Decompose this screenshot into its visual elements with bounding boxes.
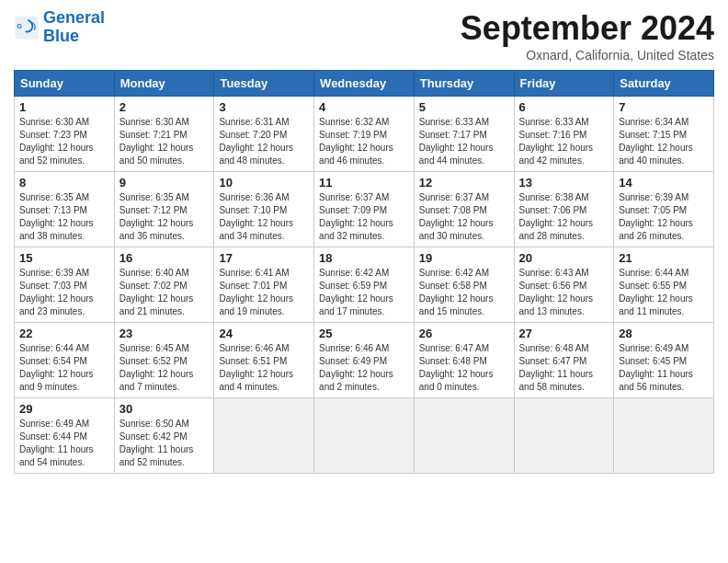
calendar-day-28: 28Sunrise: 6:49 AMSunset: 6:45 PMDayligh…	[614, 323, 714, 398]
calendar-day-23: 23Sunrise: 6:45 AMSunset: 6:52 PMDayligh…	[114, 323, 214, 398]
calendar-week-3: 15Sunrise: 6:39 AMSunset: 7:03 PMDayligh…	[15, 247, 714, 323]
weekday-header-sunday: Sunday	[15, 71, 115, 97]
calendar-day-10: 10Sunrise: 6:36 AMSunset: 7:10 PMDayligh…	[214, 172, 314, 247]
calendar-day-15: 15Sunrise: 6:39 AMSunset: 7:03 PMDayligh…	[15, 247, 115, 323]
calendar-table: SundayMondayTuesdayWednesdayThursdayFrid…	[14, 70, 714, 474]
calendar-day-2: 2Sunrise: 6:30 AMSunset: 7:21 PMDaylight…	[114, 97, 214, 172]
logo: G General Blue	[14, 9, 105, 46]
location: Oxnard, California, United States	[461, 48, 714, 63]
calendar-day-6: 6Sunrise: 6:33 AMSunset: 7:16 PMDaylight…	[514, 97, 614, 172]
calendar-empty	[514, 398, 614, 474]
calendar-day-13: 13Sunrise: 6:38 AMSunset: 7:06 PMDayligh…	[514, 172, 614, 247]
calendar-day-21: 21Sunrise: 6:44 AMSunset: 6:55 PMDayligh…	[614, 247, 714, 323]
weekday-header-wednesday: Wednesday	[314, 71, 415, 97]
header: G General Blue September 2024 Oxnard, Ca…	[14, 9, 714, 63]
calendar-day-22: 22Sunrise: 6:44 AMSunset: 6:54 PMDayligh…	[15, 323, 115, 398]
weekday-header-friday: Friday	[514, 71, 614, 97]
calendar-empty	[214, 398, 314, 474]
weekday-header-thursday: Thursday	[414, 71, 514, 97]
calendar-day-11: 11Sunrise: 6:37 AMSunset: 7:09 PMDayligh…	[314, 172, 415, 247]
weekday-header-saturday: Saturday	[614, 71, 714, 97]
calendar-week-4: 22Sunrise: 6:44 AMSunset: 6:54 PMDayligh…	[15, 323, 714, 398]
month-year: September 2024	[461, 9, 714, 48]
calendar-week-1: 1Sunrise: 6:30 AMSunset: 7:23 PMDaylight…	[15, 97, 714, 172]
weekday-header-monday: Monday	[114, 71, 214, 97]
calendar-day-4: 4Sunrise: 6:32 AMSunset: 7:19 PMDaylight…	[314, 97, 415, 172]
calendar-day-14: 14Sunrise: 6:39 AMSunset: 7:05 PMDayligh…	[614, 172, 714, 247]
calendar-day-19: 19Sunrise: 6:42 AMSunset: 6:58 PMDayligh…	[414, 247, 514, 323]
title-area: September 2024 Oxnard, California, Unite…	[461, 9, 714, 63]
calendar-day-26: 26Sunrise: 6:47 AMSunset: 6:48 PMDayligh…	[414, 323, 514, 398]
calendar-day-30: 30Sunrise: 6:50 AMSunset: 6:42 PMDayligh…	[114, 398, 214, 474]
calendar-empty	[414, 398, 514, 474]
svg-text:G: G	[17, 23, 23, 29]
calendar-day-12: 12Sunrise: 6:37 AMSunset: 7:08 PMDayligh…	[414, 172, 514, 247]
logo-blue: Blue	[43, 27, 79, 45]
calendar-week-2: 8Sunrise: 6:35 AMSunset: 7:13 PMDaylight…	[15, 172, 714, 247]
calendar-day-18: 18Sunrise: 6:42 AMSunset: 6:59 PMDayligh…	[314, 247, 415, 323]
calendar-empty	[614, 398, 714, 474]
weekday-header-tuesday: Tuesday	[214, 71, 314, 97]
logo-general: General	[43, 8, 105, 27]
calendar-week-5: 29Sunrise: 6:49 AMSunset: 6:44 PMDayligh…	[15, 398, 714, 474]
calendar-day-29: 29Sunrise: 6:49 AMSunset: 6:44 PMDayligh…	[15, 398, 115, 474]
calendar-day-7: 7Sunrise: 6:34 AMSunset: 7:15 PMDaylight…	[614, 97, 714, 172]
calendar-day-17: 17Sunrise: 6:41 AMSunset: 7:01 PMDayligh…	[214, 247, 314, 323]
calendar-day-8: 8Sunrise: 6:35 AMSunset: 7:13 PMDaylight…	[15, 172, 115, 247]
weekday-header-row: SundayMondayTuesdayWednesdayThursdayFrid…	[15, 71, 714, 97]
calendar-day-3: 3Sunrise: 6:31 AMSunset: 7:20 PMDaylight…	[214, 97, 314, 172]
calendar-day-27: 27Sunrise: 6:48 AMSunset: 6:47 PMDayligh…	[514, 323, 614, 398]
calendar-day-20: 20Sunrise: 6:43 AMSunset: 6:56 PMDayligh…	[514, 247, 614, 323]
calendar-day-1: 1Sunrise: 6:30 AMSunset: 7:23 PMDaylight…	[15, 97, 115, 172]
calendar-day-24: 24Sunrise: 6:46 AMSunset: 6:51 PMDayligh…	[214, 323, 314, 398]
calendar-day-5: 5Sunrise: 6:33 AMSunset: 7:17 PMDaylight…	[414, 97, 514, 172]
calendar-day-16: 16Sunrise: 6:40 AMSunset: 7:02 PMDayligh…	[114, 247, 214, 323]
calendar-empty	[314, 398, 415, 474]
calendar-day-25: 25Sunrise: 6:46 AMSunset: 6:49 PMDayligh…	[314, 323, 415, 398]
calendar-day-9: 9Sunrise: 6:35 AMSunset: 7:12 PMDaylight…	[114, 172, 214, 247]
logo-icon: G	[14, 15, 40, 40]
